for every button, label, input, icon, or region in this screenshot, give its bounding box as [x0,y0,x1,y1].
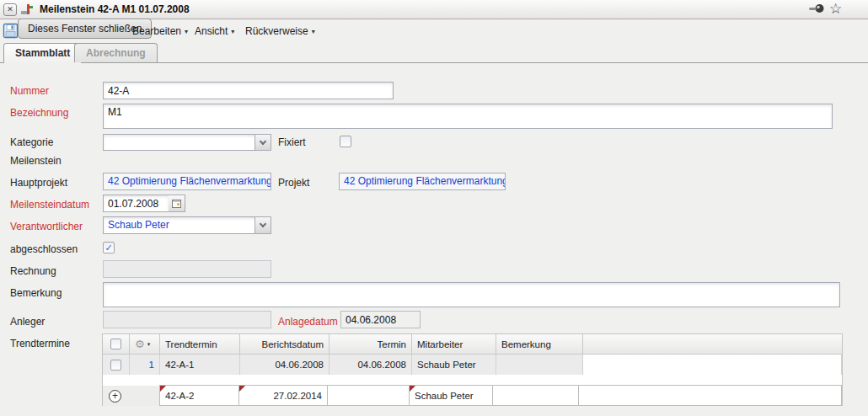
menu-bearbeiten[interactable]: Bearbeiten▾ [132,25,188,37]
save-icon[interactable] [3,23,19,39]
new-cell-termin[interactable] [327,385,410,406]
table-header-row: ⚙ ▾ Trendtermin Berichtsdatum Termin Mit… [103,334,842,355]
chevron-down-icon[interactable] [255,217,271,233]
cell-termin: 04.06.2008 [330,355,412,375]
cell-mitarbeiter: Schaub Peter [412,355,496,375]
gear-icon: ⚙ [135,338,145,350]
trendtermine-table: ⚙ ▾ Trendtermin Berichtsdatum Termin Mit… [102,333,843,406]
label-kategorie-line2: Meilenstein [10,155,62,167]
label-meilensteindatum: Meilensteindatum [10,199,89,211]
label-nummer: Nummer [10,85,49,97]
chevron-down-icon[interactable] [255,135,271,150]
label-rechnung: Rechnung [10,265,56,277]
column-header-bemerkung[interactable]: Bemerkung [496,334,583,354]
menu-rueckverweise[interactable]: Rückverweise▾ [245,25,315,37]
calendar-icon[interactable] [169,195,185,212]
new-cell-mitarbeiter[interactable]: Schaub Peter [409,385,493,406]
rechnung-input [103,260,271,278]
label-anlagedatum: Anlagedatum [278,316,338,328]
chevron-down-icon: ▾ [231,28,234,35]
cell-filler [583,355,842,375]
menu-label: Bearbeiten [132,25,181,37]
tab-abrechnung[interactable]: Abrechnung [74,43,158,62]
kategorie-meilenstein-select[interactable] [103,134,271,151]
favorite-star-icon[interactable]: ☆ [829,0,842,18]
label-hauptprojekt: Hauptprojekt [10,177,67,189]
label-trendtermine: Trendtermine [10,338,70,349]
label-verantwortlicher: Verantwortlicher [10,221,83,232]
label-bemerkung: Bemerkung [10,287,62,299]
chevron-down-icon: ▾ [147,341,151,348]
tabbar-divider [0,62,868,63]
label-anleger: Anleger [10,316,45,328]
column-header-berichtsdatum[interactable]: Berichtsdatum [240,334,330,354]
table-row[interactable]: 1 42-A-1 04.06.2008 04.06.2008 Schaub Pe… [103,355,842,375]
application-window: ✕ Meilenstein 42-A M1 01.07.2008 ☆ Diese… [0,0,868,416]
menu-label: Ansicht [195,25,228,37]
new-cell-berichtsdatum[interactable]: 27.02.2014 [238,385,328,406]
row-checkbox[interactable] [110,360,121,371]
label-bezeichnung: Bezeichnung [10,107,68,119]
chevron-down-icon: ▾ [312,28,315,35]
cell-trendtermin: 42-A-1 [160,355,240,375]
column-header-termin[interactable]: Termin [330,334,412,354]
meilensteindatum-input[interactable] [103,195,169,212]
menu-label: Rückverweise [245,25,308,37]
cell-berichtsdatum: 04.06.2008 [240,355,330,375]
anleger-input [103,311,271,328]
row-number-link[interactable]: 1 [135,360,154,370]
projekt-link[interactable]: 42 Optimierung Flächenvermarktung [339,173,506,190]
pin-icon[interactable] [807,2,826,18]
kategorie-value [104,135,255,150]
close-icon[interactable]: ✕ [3,3,17,16]
nummer-input[interactable] [103,82,394,99]
verantwortlicher-value: Schaub Peter [104,217,255,233]
new-cell-trendtermin[interactable]: 42-A-2 [159,385,239,406]
fixiert-checkbox[interactable] [340,136,351,147]
table-actions-menu[interactable]: ⚙ ▾ [135,338,150,350]
menu-ansicht[interactable]: Ansicht▾ [195,25,234,37]
label-abgeschlossen: abgeschlossen [10,243,78,255]
abgeschlossen-checkbox[interactable]: ✓ [103,242,115,253]
anlagedatum-field [340,311,421,328]
label-fixiert: Fixiert [278,136,306,148]
add-row-icon[interactable]: + [109,390,121,403]
column-header-mitarbeiter[interactable]: Mitarbeiter [412,334,496,354]
column-header-filler [583,334,842,354]
verantwortlicher-select[interactable]: Schaub Peter [103,216,271,234]
table-new-entry-row: + 42-A-2 27.02.2014 Schaub Peter [103,386,842,406]
hauptprojekt-link[interactable]: 42 Optimierung Flächenvermarktung [103,173,271,190]
label-projekt: Projekt [278,177,309,189]
new-row-actions: + [103,386,160,406]
cell-bemerkung [496,355,583,375]
label-kategorie-line1: Kategorie [10,136,53,148]
new-cell-filler [578,385,842,406]
new-cell-bemerkung[interactable] [492,385,579,406]
bezeichnung-textarea[interactable]: M1 [103,104,833,129]
column-header-trendtermin[interactable]: Trendtermin [160,334,240,354]
select-all-checkbox[interactable] [110,339,121,349]
milestone-icon [21,3,35,17]
chevron-down-icon: ▾ [185,28,188,35]
bemerkung-textarea[interactable] [103,282,840,307]
window-title: Meilenstein 42-A M1 01.07.2008 [40,3,190,15]
tab-stammblatt[interactable]: Stammblatt [3,43,82,63]
